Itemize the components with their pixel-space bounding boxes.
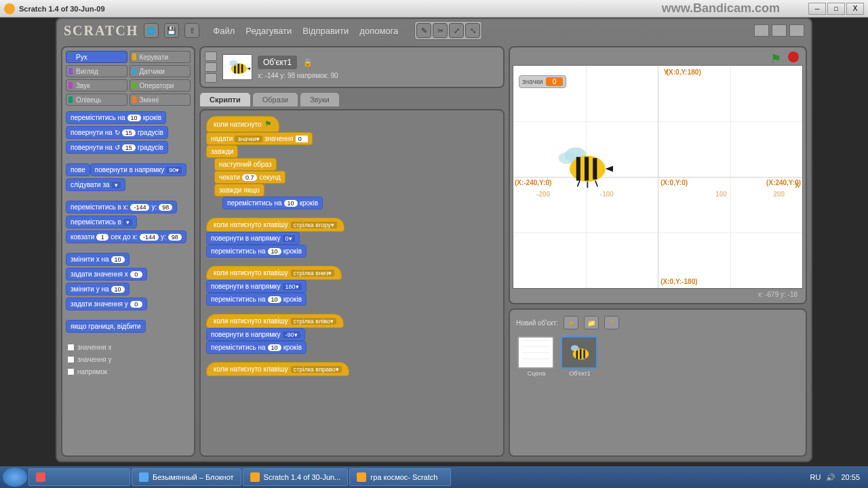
category-Вигляд[interactable]: Вигляд [66, 65, 127, 77]
category-Датчики[interactable]: Датчики [130, 65, 191, 77]
category-Оператори[interactable]: Оператори [130, 79, 191, 92]
hat-key-up[interactable]: коли натиснуто клавішустрілка вгору▾ [206, 218, 344, 232]
maximize-button[interactable]: ☐ [827, 3, 845, 15]
category-Рух[interactable]: Рух [66, 51, 127, 63]
block-move-steps[interactable]: переміститись на10кроків [66, 111, 166, 124]
block-next-costume[interactable]: наступний образ [214, 158, 277, 171]
block-forever-if[interactable]: завжди якщо [214, 184, 264, 197]
stop-button[interactable] [788, 52, 799, 62]
taskbar-item[interactable]: гра космос- Scratch [349, 468, 451, 486]
category-Керувати[interactable]: Керувати [130, 51, 191, 63]
surprise-sprite-button[interactable]: ？ [604, 316, 619, 329]
sprite-tile-1[interactable]: Об'єкт1 [561, 336, 599, 377]
block-move[interactable]: переміститись на10кроків [222, 197, 323, 209]
menu-help[interactable]: допомога [355, 23, 402, 39]
lang-indicator[interactable]: RU [810, 473, 821, 481]
coord-right: (X:240,Y:0) [766, 179, 801, 186]
category-Звук[interactable]: Звук [66, 79, 127, 92]
block-point-dir[interactable]: повернути в напрямку90▾ [90, 163, 187, 176]
category-Олівець[interactable]: Олівець [66, 94, 127, 106]
sprites-panel: Новий об'єкт: ★ 📁 ？ Сцена Об'єкт1 [509, 308, 807, 457]
taskbar-item[interactable]: Scratch 1.4 of 30-Jun... [243, 468, 349, 486]
menu-file[interactable]: Файл [209, 23, 239, 39]
scratch-app: SCRATCH 🌐 💾 ⇧ Файл Редагувати Відправити… [56, 18, 812, 462]
hat-key-left[interactable]: коли натиснуто клавішустрілка вліво▾ [206, 314, 344, 328]
menu-share[interactable]: Відправити [298, 23, 353, 39]
new-sprite-label: Новий об'єкт: [516, 319, 558, 327]
block-move-10b[interactable]: переміститись на10кроків [206, 293, 307, 306]
block-move-10c[interactable]: переміститись на10кроків [206, 341, 307, 354]
import-sprite-button[interactable]: 📁 [584, 316, 599, 329]
rotate-lr[interactable] [205, 62, 217, 72]
tool-cut[interactable]: ✂ [433, 23, 448, 38]
view-small[interactable] [754, 24, 769, 37]
tab-costumes[interactable]: Образи [252, 92, 298, 106]
reporter-dir[interactable]: напрямок [66, 367, 191, 377]
block-set-x[interactable]: задати значення x0 [66, 268, 147, 281]
block-move-10[interactable]: переміститись на10кроків [206, 245, 307, 258]
reporter-x[interactable]: значення x [66, 342, 191, 352]
block-goto[interactable]: переміститись в▾ [66, 216, 137, 228]
close-button[interactable]: X [846, 3, 864, 15]
paint-sprite-button[interactable]: ★ [564, 316, 578, 329]
tab-sounds[interactable]: Звуки [300, 92, 340, 106]
script-area[interactable]: коли натиснуто⚑ надатизначки▾значення0 з… [199, 109, 505, 457]
block-list: переміститись на10кроків повернути на↻15… [66, 111, 191, 452]
tool-shrink[interactable]: ⤡ [465, 23, 480, 38]
save-button[interactable]: 💾 [164, 23, 179, 38]
menu-edit[interactable]: Редагувати [241, 23, 296, 39]
mouse-coords: x: -679 y: -18 [513, 289, 803, 300]
bee-sprite[interactable] [554, 140, 615, 189]
taskbar-item[interactable]: Безымянный – Блокнот [132, 468, 241, 486]
svg-line-15 [595, 181, 598, 187]
sprite-coords: x: -144 y: 98 напрямок: 90 [258, 72, 499, 79]
taskbar-item[interactable] [28, 468, 130, 486]
rotate-none[interactable] [205, 73, 217, 83]
tab-scripts[interactable]: Скрипти [199, 92, 251, 106]
block-point-towards[interactable]: слідувати за▾ [66, 178, 125, 191]
stage-tile[interactable]: Сцена [517, 336, 555, 377]
block-wait[interactable]: чекати0.7секунд [214, 171, 285, 184]
watermark: www.Bandicam.com [662, 1, 780, 16]
rotate-free[interactable] [205, 52, 217, 61]
block-set-y[interactable]: задати значення y0 [66, 298, 147, 310]
svg-point-20 [571, 345, 579, 351]
block-turn-ccw[interactable]: повернути на↺15градусів [66, 141, 168, 154]
svg-marker-12 [606, 166, 613, 172]
system-tray[interactable]: RU 🔊 20:55 [810, 473, 865, 482]
block-forever[interactable]: завжди [206, 145, 238, 158]
block-turn-cw[interactable]: повернути на↻15градусів [66, 126, 168, 139]
hat-key-right[interactable]: коли натиснуто клавішустрілка вправо▾ [206, 362, 349, 376]
tool-grow[interactable]: ⤢ [449, 23, 464, 38]
stage[interactable]: значки0 Y X (X:0,Y:180) (X:-240,Y:0) (X:… [513, 65, 803, 289]
tool-stamp[interactable]: ✎ [416, 23, 431, 38]
view-normal[interactable] [772, 24, 787, 37]
view-present[interactable] [789, 24, 804, 37]
hat-greenflag[interactable]: коли натиснуто⚑ [206, 116, 279, 132]
block-point-0[interactable]: повернути в напрямку0▾ [206, 232, 300, 245]
green-flag-button[interactable]: ⚑ [770, 52, 784, 64]
block-set-var[interactable]: надатизначки▾значення0 [206, 132, 313, 145]
share-button[interactable]: ⇧ [184, 23, 199, 38]
block-point-n90[interactable]: повернути в напрямку-90▾ [206, 328, 305, 341]
reporter-y[interactable]: значення y [66, 354, 191, 365]
tick-200: 200 [773, 190, 785, 198]
block-change-y[interactable]: змінити y на10 [66, 283, 130, 296]
hat-key-down[interactable]: коли натиснуто клавішустрілка вниз▾ [206, 266, 342, 280]
block-change-x[interactable]: змінити x на10 [66, 253, 130, 266]
category-Змінні[interactable]: Змінні [130, 94, 191, 106]
block-glide[interactable]: ковзати1сек до x:-144y:98 [66, 230, 186, 243]
variable-monitor[interactable]: значки0 [519, 75, 566, 88]
coord-left: (X:-240,Y:0) [515, 179, 551, 186]
block-point-dir-trunc[interactable]: пове [66, 163, 90, 176]
block-bounce[interactable]: якщо границя, відбити [66, 320, 146, 333]
menubar: Файл Редагувати Відправити допомога [209, 23, 402, 39]
sprite-name[interactable]: Об'єкт1 [258, 56, 297, 69]
block-goto-xy[interactable]: переміститись в x:-144y:98 [66, 201, 177, 214]
lock-icon[interactable]: 🔒 [303, 58, 313, 66]
block-palette: РухКеруватиВиглядДатчикиЗвукОператориОлі… [61, 46, 195, 457]
language-button[interactable]: 🌐 [144, 23, 159, 38]
start-button[interactable] [3, 468, 27, 487]
block-point-180[interactable]: повернути в напрямку180▾ [206, 280, 307, 293]
minimize-button[interactable]: — [808, 3, 826, 15]
